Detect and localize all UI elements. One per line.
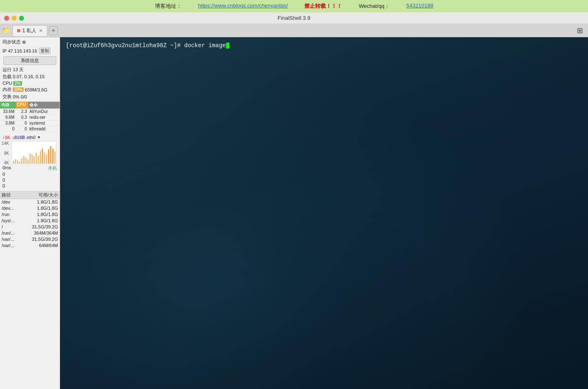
disk-row: /dev... 1.8G/1.8G <box>0 205 60 211</box>
disk-list: /dev 1.8G/1.8G /dev... 1.8G/1.8G /run 1.… <box>0 199 60 249</box>
window-controls <box>4 16 24 21</box>
process-row: 33.6M 2.3 AliYunDur <box>0 109 60 115</box>
folder-icon[interactable]: 📁 <box>2 26 10 34</box>
process-row: 3.8M 0 systemd <box>0 120 60 126</box>
tab-bar: 📁 1 私人 ✕ + ⊞ <box>0 24 588 37</box>
ping-val-1: 0 <box>0 171 60 177</box>
disk-path: /dev... <box>2 206 31 211</box>
close-button[interactable] <box>4 16 9 21</box>
disk-header-avail: 可用/大小 <box>31 192 58 198</box>
disk-path: /var/... <box>2 237 31 242</box>
proc-mem: 3.8M <box>0 121 16 125</box>
disk-row: / 31.5G/39.2G <box>0 224 60 230</box>
sidebar: 同步状态 IP 47.116.143.16 复制 系统信息 运行 13 天 负载… <box>0 37 60 389</box>
proc-mem: 9.6M <box>0 115 16 120</box>
mem-label: 内存 <box>2 86 12 93</box>
proc-header-mem[interactable]: 内存 <box>0 102 16 108</box>
disk-row: /run 1.8G/1.8G <box>0 211 60 218</box>
top-banner: 博客地址：https://www.cnblogs.com/chenyanbin/… <box>0 0 588 12</box>
proc-cmd: AliYunDur <box>28 109 60 114</box>
swap-value: 0/0 <box>21 94 27 99</box>
disk-avail: 1.8G/1.8G <box>31 218 58 223</box>
disk-header: 路径 可用/大小 <box>0 192 60 199</box>
disk-path: /sys/... <box>2 218 31 223</box>
net-iface[interactable]: eth0 <box>27 135 35 140</box>
proc-cpu: 0 <box>16 127 28 131</box>
proc-cpu: 0 <box>16 121 28 125</box>
process-row: 0 0 kthreadd <box>0 126 60 132</box>
ip-row: IP 47.116.143.16 复制 <box>0 47 60 55</box>
proc-cmd: kthreadd <box>28 127 60 131</box>
mem-percent-badge: 18% <box>13 87 24 92</box>
maximize-button[interactable] <box>19 16 24 21</box>
net-dropdown-icon[interactable]: ▼ <box>37 135 41 139</box>
tab-close-icon[interactable]: ✕ <box>39 28 43 34</box>
net-graph-ylabels: 14K 9K 4K <box>2 141 10 165</box>
sysinfo-button[interactable]: 系统信息 <box>3 56 56 65</box>
disk-row: /dev 1.8G/1.8G <box>0 199 60 205</box>
ping-val-2: 0 <box>0 177 60 183</box>
network-row: ↑1K ↓816B eth0 ▼ <box>0 134 60 141</box>
main-layout: 同步状态 IP 47.116.143.16 复制 系统信息 运行 13 天 负载… <box>0 37 588 389</box>
prompt-text: [root@iZuf6h3gvu2nu1mtloha98Z ~]# <box>66 42 181 49</box>
banner-prefix: 博客地址： <box>155 2 182 10</box>
terminal-command: docker image <box>184 42 226 49</box>
net-y-max: 14K <box>2 141 9 146</box>
proc-mem: 0 <box>0 127 16 131</box>
proc-header-cmd[interactable]: 命令 <box>28 102 60 108</box>
disk-avail: 364M/364M <box>31 231 58 235</box>
tab-private[interactable]: 1 私人 ✕ <box>12 25 47 36</box>
net-y-min: 4K <box>2 161 9 165</box>
proc-cpu: 0.3 <box>16 115 28 120</box>
disk-avail: 64M/64M <box>31 243 58 248</box>
disk-path: / <box>2 224 31 229</box>
disk-path: /dev <box>2 199 31 204</box>
sync-label: 同步状态 <box>2 39 21 45</box>
app-title: FinalShell 3.9 <box>278 15 311 21</box>
disk-header-path: 路径 <box>2 192 31 198</box>
swap-label: 交换 <box>2 94 12 100</box>
cpu-badge: 2% <box>13 81 22 86</box>
load-row: 负载 0.07, 0.16, 0.15 <box>0 73 60 80</box>
disk-avail: 1.8G/1.8G <box>31 212 58 217</box>
disk-row: /run/... 364M/364M <box>0 230 60 236</box>
uptime-label: 运行 13 天 <box>2 67 24 73</box>
banner-url[interactable]: https://www.cnblogs.com/chenyanbin/ <box>198 2 288 10</box>
copy-ip-button[interactable]: 复制 <box>39 48 51 54</box>
mem-value: 659M/3.6G <box>25 87 47 92</box>
ping-val-3: 0 <box>0 183 60 189</box>
disk-avail: 31.5G/39.2G <box>31 224 58 229</box>
banner-wechat-id: 543210188 <box>406 2 433 10</box>
cpu-label: CPU <box>2 81 12 86</box>
net-graph-container: 14K 9K 4K <box>0 141 60 165</box>
disk-path: /run/... <box>2 231 31 235</box>
disk-path: /run <box>2 212 31 217</box>
swap-percent: 0% <box>13 94 19 99</box>
disk-section: 路径 可用/大小 /dev 1.8G/1.8G /dev... 1.8G/1.8… <box>0 191 60 249</box>
load-label: 负载 0.07, 0.16, 0.15 <box>2 74 45 80</box>
disk-row: /sys/... 1.8G/1.8G <box>0 218 60 224</box>
mem-row: 内存 18% 659M/3.6G <box>0 86 60 93</box>
grid-layout-icon[interactable]: ⊞ <box>577 26 586 35</box>
banner-warn: 禁止转载！！！ <box>304 2 342 10</box>
proc-header-cpu[interactable]: CPU <box>16 102 28 108</box>
net-download: ↓816B <box>12 135 25 140</box>
process-table-header: 内存 CPU 命令 <box>0 101 60 109</box>
disk-row: /var/... 64M/64M <box>0 243 60 249</box>
terminal[interactable]: [root@iZuf6h3gvu2nu1mtloha98Z ~]# docker… <box>60 37 588 389</box>
net-y-mid: 9K <box>2 151 9 156</box>
disk-avail: 31.5G/39.2G <box>31 237 58 242</box>
tab-label: 1 私人 <box>22 27 36 34</box>
net-graph <box>12 141 56 164</box>
disk-path: /var/... <box>2 243 31 248</box>
swap-row: 交换 0% 0/0 <box>0 93 60 100</box>
status-dot <box>22 41 26 44</box>
minimize-button[interactable] <box>12 16 17 21</box>
cpu-row: CPU 2% <box>0 80 60 86</box>
uptime-row: 运行 13 天 <box>0 66 60 73</box>
terminal-cursor <box>226 43 229 48</box>
process-row: 9.6M 0.3 redis-ser <box>0 115 60 120</box>
latency-value: 0ms <box>2 165 11 171</box>
add-tab-button[interactable]: + <box>49 26 58 35</box>
prompt-space <box>181 42 184 49</box>
